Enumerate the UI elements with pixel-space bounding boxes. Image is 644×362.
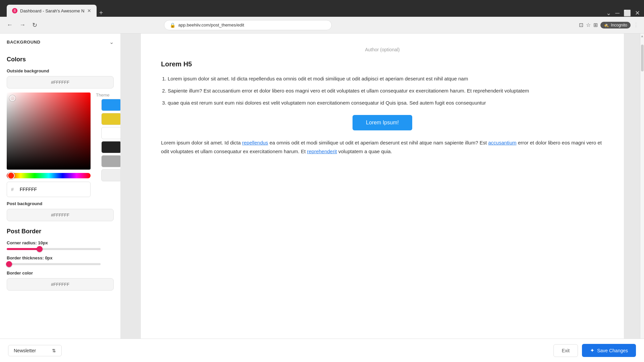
link-accusantium[interactable]: accusantium <box>488 140 517 145</box>
post-bg-section: Post background #FFFFFF <box>0 197 120 221</box>
corner-radius-row: Corner radius: 10px <box>7 240 114 250</box>
newsletter-select-label: Newsletter <box>14 348 36 353</box>
newsletter-select[interactable]: Newsletter ⇅ <box>8 345 62 356</box>
tab-favicon: B <box>12 8 17 13</box>
content-paragraph: Lorem ipsum dolor sit amet. Id dicta rep… <box>161 138 604 156</box>
incognito-label: Incognito <box>611 23 627 27</box>
content-panel: Author (optional) Lorem H5 Lorem ipsum d… <box>141 34 624 362</box>
bottom-bar: Newsletter ⇅ Exit ✦ Save Changes <box>0 339 644 362</box>
swatch-yellow[interactable] <box>101 113 121 125</box>
tab-title: Dashboard - Sarah's Awesome N <box>20 8 85 13</box>
scrollbar[interactable]: ▲ ▼ <box>640 34 644 362</box>
outside-bg-color-input[interactable]: #FFFFFF <box>7 76 114 88</box>
border-color-label: Border color <box>7 270 114 276</box>
post-bg-value: #FFFFFF <box>51 213 69 218</box>
scroll-up-arrow[interactable]: ▲ <box>641 34 644 38</box>
theme-label: Theme <box>96 93 121 98</box>
post-bg-label: Post background <box>7 201 114 206</box>
swatch-blue[interactable] <box>101 99 121 111</box>
save-icon: ✦ <box>590 347 594 354</box>
incognito-badge: 🕵 Incognito <box>600 22 631 28</box>
main-content: ▲ ▼ Author (optional) Lorem H5 Lorem ips… <box>121 34 644 362</box>
restore-button[interactable]: ⬜ <box>624 9 631 17</box>
address-input[interactable]: 🔒 app.beehiiv.com/post_themes/edit <box>164 20 332 30</box>
post-border-heading: Post Border <box>7 228 114 235</box>
author-label: Author (optional) <box>161 47 604 52</box>
content-h5: Lorem H5 <box>161 60 604 68</box>
post-border-section: Post Border Corner radius: 10px Border t… <box>0 221 120 297</box>
save-changes-button[interactable]: ✦ Save Changes <box>582 344 636 357</box>
color-gradient[interactable] <box>7 93 91 170</box>
border-thickness-row: Border thickness: 0px <box>7 255 114 265</box>
exit-button[interactable]: Exit <box>553 344 578 357</box>
list-item: Sapiente illum? Est accusantium error et… <box>168 87 604 95</box>
menu-icon[interactable]: ⋮ <box>633 22 639 28</box>
tab-close-button[interactable]: ✕ <box>87 8 91 13</box>
app-container: BACKGROUND ⌄ Colors Outside background #… <box>0 34 644 362</box>
theme-swatches-panel: Theme <box>96 93 121 197</box>
address-bar: ← → ↻ 🔒 app.beehiiv.com/post_themes/edit… <box>0 17 644 34</box>
color-picker-row: # Theme <box>7 93 114 197</box>
list-item: Lorem ipsum dolor sit amet. Id dicta rep… <box>168 75 604 83</box>
border-thickness-handle[interactable] <box>6 261 12 267</box>
colors-heading: Colors <box>7 56 114 63</box>
hue-slider-handle[interactable] <box>7 172 15 179</box>
background-chevron-icon: ⌄ <box>109 39 114 45</box>
save-changes-label: Save Changes <box>597 348 628 353</box>
bottom-actions: Exit ✦ Save Changes <box>553 344 636 357</box>
bookmark-icon[interactable]: ☆ <box>586 22 591 28</box>
border-color-value: #FFFFFF <box>51 282 69 287</box>
tab-bar: B Dashboard - Sarah's Awesome N ✕ + ⌄ ─ … <box>7 0 640 17</box>
color-picker-handle[interactable] <box>9 95 15 101</box>
extension-icon[interactable]: ⊞ <box>593 22 598 28</box>
content-list: Lorem ipsum dolor sit amet. Id dicta rep… <box>161 75 604 107</box>
hex-input-field[interactable] <box>16 185 86 194</box>
incognito-icon: 🕵 <box>604 23 609 27</box>
cast-icon[interactable]: ⊡ <box>579 22 583 28</box>
link-repellendus[interactable]: repellendus <box>242 140 268 145</box>
outside-bg-label: Outside background <box>7 68 114 73</box>
corner-radius-track[interactable] <box>7 248 101 250</box>
colors-section: Colors Outside background #FFFFFF <box>0 51 120 88</box>
swatch-black[interactable] <box>101 141 121 153</box>
background-label: BACKGROUND <box>7 40 40 45</box>
hex-input-row: # <box>7 182 91 197</box>
background-section-header[interactable]: BACKGROUND ⌄ <box>0 34 120 51</box>
cta-button[interactable]: Lorem Ipsum! <box>353 115 412 130</box>
reload-button[interactable]: ↻ <box>31 20 39 30</box>
close-button[interactable]: ✕ <box>635 9 640 17</box>
color-picker-panel: # <box>7 93 91 197</box>
post-bg-color-input[interactable]: #FFFFFF <box>7 209 114 221</box>
sidebar: BACKGROUND ⌄ Colors Outside background #… <box>0 34 121 362</box>
corner-radius-handle[interactable] <box>37 246 43 252</box>
border-color-input[interactable]: #FFFFFF <box>7 278 114 291</box>
list-item: quae quia est rerum sunt eum nisi dolore… <box>168 99 604 107</box>
border-thickness-track[interactable] <box>7 263 101 265</box>
newsletter-select-chevron-icon: ⇅ <box>52 348 56 353</box>
browser-actions: ⊡ ☆ ⊞ 🕵 Incognito ⋮ <box>579 22 639 28</box>
new-tab-button[interactable]: + <box>99 9 103 17</box>
link-reprehenderit[interactable]: reprehenderit <box>307 148 337 154</box>
hex-symbol: # <box>11 187 14 192</box>
forward-button[interactable]: → <box>18 20 27 30</box>
browser-chrome: B Dashboard - Sarah's Awesome N ✕ + ⌄ ─ … <box>0 0 644 17</box>
swatch-gray[interactable] <box>101 155 121 167</box>
outside-bg-value: #FFFFFF <box>51 80 69 85</box>
swatch-white[interactable] <box>101 127 121 139</box>
minimize-button[interactable]: ─ <box>615 10 620 17</box>
back-button[interactable]: ← <box>5 20 14 30</box>
url-display: app.beehiiv.com/post_themes/edit <box>178 22 244 27</box>
corner-radius-label: Corner radius: 10px <box>7 240 114 245</box>
cta-container: Lorem Ipsum! <box>161 115 604 130</box>
active-tab[interactable]: B Dashboard - Sarah's Awesome N ✕ <box>7 5 97 17</box>
swatch-light-gray[interactable] <box>101 169 121 181</box>
lock-icon: 🔒 <box>170 22 175 28</box>
hue-slider[interactable] <box>7 173 91 178</box>
border-thickness-label: Border thickness: 0px <box>7 255 114 260</box>
tab-list-button[interactable]: ⌄ <box>606 9 611 17</box>
scroll-thumb <box>641 45 644 71</box>
theme-swatches <box>101 99 121 181</box>
